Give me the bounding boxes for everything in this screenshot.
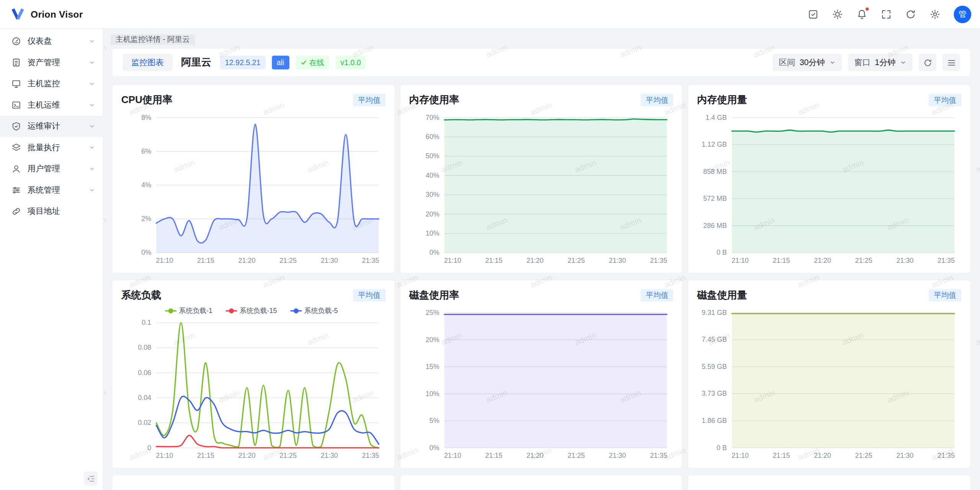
sidebar: 仪表盘 资产管理 主机监控 主机运维 运维审计 批量执行 bbox=[0, 29, 103, 490]
breadcrumb-row: 主机监控详情 - 阿里云 bbox=[103, 29, 980, 48]
layers-icon bbox=[11, 143, 21, 152]
chart-header: 系统负载 平均值 bbox=[121, 288, 385, 303]
sidebar-item-batch-exec[interactable]: 批量执行 bbox=[0, 137, 103, 159]
orion-visor-logo-icon bbox=[10, 6, 26, 22]
svg-text:30%: 30% bbox=[425, 191, 439, 198]
svg-text:21:10: 21:10 bbox=[444, 452, 461, 459]
svg-text:21:20: 21:20 bbox=[814, 452, 831, 459]
chart-card-partial bbox=[400, 475, 682, 490]
svg-text:21:30: 21:30 bbox=[609, 452, 626, 459]
chart-header: 内存使用量 平均值 bbox=[697, 93, 961, 108]
sidebar-item-label: 主机运维 bbox=[28, 100, 83, 111]
chart-card-disk-usage-rate: 磁盘使用率 平均值 0%5%10%15%20%25%21:1021:1521:2… bbox=[400, 280, 682, 468]
svg-text:21:30: 21:30 bbox=[321, 257, 338, 264]
chart-title: 系统负载 bbox=[121, 288, 161, 302]
sidebar-item-dashboard[interactable]: 仪表盘 bbox=[0, 31, 103, 52]
svg-text:21:15: 21:15 bbox=[197, 257, 214, 264]
chevron-down-icon bbox=[89, 144, 95, 151]
svg-text:0: 0 bbox=[147, 444, 151, 452]
chart-header: 磁盘使用量 平均值 bbox=[697, 288, 961, 303]
refresh-charts-button[interactable] bbox=[919, 54, 936, 71]
svg-text:60%: 60% bbox=[425, 133, 439, 141]
svg-text:7.45 GB: 7.45 GB bbox=[702, 336, 727, 343]
sidebar-item-label: 系统管理 bbox=[28, 185, 83, 196]
svg-text:0 B: 0 B bbox=[717, 444, 727, 452]
notifications-bell-icon[interactable] bbox=[856, 8, 867, 20]
svg-text:0 B: 0 B bbox=[717, 249, 727, 256]
theme-sun-icon[interactable] bbox=[832, 8, 843, 20]
svg-text:858 MB: 858 MB bbox=[703, 168, 727, 175]
sidebar-item-assets[interactable]: 资产管理 bbox=[0, 52, 103, 74]
chart-plot: 0%5%10%15%20%25%21:1021:1521:2021:2521:3… bbox=[409, 304, 673, 461]
svg-text:0.1: 0.1 bbox=[142, 319, 151, 326]
svg-text:21:10: 21:10 bbox=[732, 452, 749, 459]
svg-text:0%: 0% bbox=[429, 249, 439, 256]
chart-layout-button[interactable] bbox=[942, 54, 960, 71]
terminal-icon bbox=[11, 100, 21, 110]
svg-text:21:35: 21:35 bbox=[650, 452, 667, 459]
sidebar-item-host-ops[interactable]: 主机运维 bbox=[0, 95, 103, 116]
host-code-tag: ali bbox=[272, 56, 289, 69]
sidebar-collapse-button[interactable] bbox=[84, 472, 98, 485]
svg-text:70%: 70% bbox=[425, 114, 439, 121]
svg-text:0.04: 0.04 bbox=[138, 394, 151, 402]
svg-text:21:10: 21:10 bbox=[732, 257, 749, 264]
chevron-down-icon bbox=[89, 166, 95, 172]
chevron-down-icon bbox=[89, 59, 95, 66]
svg-text:21:25: 21:25 bbox=[855, 257, 872, 264]
range-select-value: 30分钟 bbox=[800, 57, 825, 68]
svg-text:21:30: 21:30 bbox=[897, 257, 914, 264]
window-select[interactable]: 窗口 1分钟 bbox=[848, 54, 913, 71]
svg-text:21:35: 21:35 bbox=[650, 257, 667, 264]
chart-header: CPU使用率 平均值 bbox=[121, 93, 385, 108]
svg-text:0%: 0% bbox=[429, 444, 439, 452]
sidebar-item-host-monitor[interactable]: 主机监控 bbox=[0, 73, 103, 95]
header-actions: 管 bbox=[807, 5, 971, 23]
svg-text:1.4 GB: 1.4 GB bbox=[706, 114, 727, 121]
svg-text:21:30: 21:30 bbox=[321, 452, 338, 459]
svg-text:4%: 4% bbox=[141, 181, 151, 189]
user-icon bbox=[11, 164, 21, 174]
breadcrumb: 主机监控详情 - 阿里云 bbox=[111, 34, 195, 45]
chart-card-memory-usage-rate: 内存使用率 平均值 0%10%20%30%40%50%60%70%21:1021… bbox=[400, 85, 682, 273]
sidebar-item-system-mgmt[interactable]: 系统管理 bbox=[0, 180, 103, 201]
main-content: 主机监控详情 - 阿里云 监控图表 阿里云 12.92.5.21 ali 在线 … bbox=[103, 29, 980, 490]
svg-text:0.02: 0.02 bbox=[138, 419, 151, 426]
chart-plot: 0%10%20%30%40%50%60%70%21:1021:1521:2021… bbox=[409, 109, 673, 266]
sidebar-item-label: 仪表盘 bbox=[28, 36, 83, 47]
range-select[interactable]: 区间 30分钟 bbox=[773, 54, 841, 71]
svg-text:21:20: 21:20 bbox=[526, 257, 544, 264]
chart-title: 磁盘使用率 bbox=[409, 288, 459, 302]
svg-text:10%: 10% bbox=[425, 229, 439, 237]
sidebar-item-user-mgmt[interactable]: 用户管理 bbox=[0, 158, 103, 180]
chevron-down-icon bbox=[89, 123, 95, 129]
host-status-label: 在线 bbox=[309, 57, 324, 68]
chart-card-memory-usage-amount: 内存使用量 平均值 0 B286 MB572 MB858 MB1.12 GB1.… bbox=[688, 85, 970, 273]
average-badge: 平均值 bbox=[929, 289, 961, 302]
svg-text:21:20: 21:20 bbox=[814, 257, 831, 264]
svg-text:21:30: 21:30 bbox=[897, 452, 914, 459]
svg-text:21:15: 21:15 bbox=[773, 452, 790, 459]
user-avatar[interactable]: 管 bbox=[954, 5, 971, 23]
monitor-chart-tab[interactable]: 监控图表 bbox=[122, 54, 173, 71]
fullscreen-icon[interactable] bbox=[880, 8, 892, 20]
sidebar-item-label: 批量执行 bbox=[28, 142, 83, 153]
svg-text:15%: 15% bbox=[425, 363, 439, 370]
link-icon bbox=[11, 206, 21, 216]
svg-text:572 MB: 572 MB bbox=[703, 195, 727, 202]
shield-icon bbox=[11, 121, 21, 131]
sidebar-menu: 仪表盘 资产管理 主机监控 主机运维 运维审计 批量执行 bbox=[0, 31, 103, 222]
chart-title: 磁盘使用量 bbox=[697, 288, 747, 302]
settings-gear-icon[interactable] bbox=[929, 8, 941, 20]
chart-card-cpu-usage: CPU使用率 平均值 0%2%4%6%8%21:1021:1521:2021:2… bbox=[113, 85, 394, 273]
sidebar-item-ops-audit[interactable]: 运维审计 bbox=[0, 116, 103, 137]
average-badge: 平均值 bbox=[641, 289, 673, 302]
check-square-icon[interactable] bbox=[807, 8, 818, 20]
refresh-icon[interactable] bbox=[905, 8, 916, 20]
chart-plot: 0%2%4%6%8%21:1021:1521:2021:2521:3021:35 bbox=[121, 109, 385, 266]
sidebar-item-project-link[interactable]: 项目地址 bbox=[0, 201, 103, 222]
svg-text:0%: 0% bbox=[141, 249, 151, 256]
svg-text:1.86 GB: 1.86 GB bbox=[702, 417, 727, 424]
sidebar-item-label: 资产管理 bbox=[28, 57, 83, 68]
monitor-icon bbox=[11, 79, 21, 89]
